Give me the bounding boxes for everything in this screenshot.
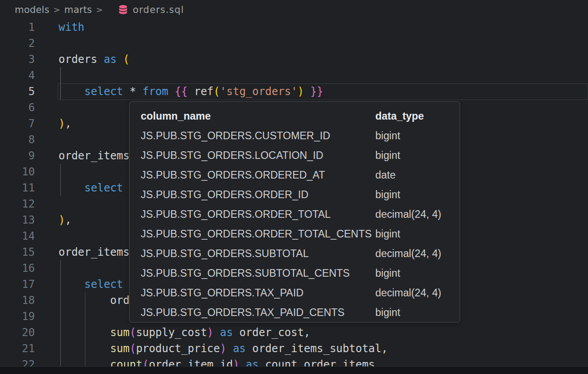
popup-header-column-name: column_name bbox=[141, 110, 375, 122]
line-number[interactable]: 3 bbox=[0, 51, 35, 67]
data-type-cell: decimal(24, 4) bbox=[375, 248, 460, 260]
line-number[interactable]: 20 bbox=[0, 324, 35, 341]
code-line[interactable]: 1with bbox=[0, 19, 588, 35]
data-type-cell: bigint bbox=[375, 228, 460, 240]
code-text: select bbox=[59, 276, 123, 292]
line-number[interactable]: 10 bbox=[0, 164, 35, 180]
code-text: ), bbox=[59, 212, 71, 228]
line-number[interactable]: 16 bbox=[0, 260, 35, 276]
code-text: orders as ( bbox=[59, 51, 130, 67]
code-text: sum(product_price) as order_items_subtot… bbox=[59, 341, 388, 357]
line-number[interactable]: 14 bbox=[0, 228, 35, 244]
code-line[interactable]: 4 bbox=[0, 67, 588, 83]
column-row: JS.PUB.STG_ORDERS.TAX_PAID_CENTSbigint bbox=[130, 303, 460, 322]
code-text: ), bbox=[59, 116, 71, 132]
line-number[interactable]: 2 bbox=[0, 35, 35, 51]
code-text: order_items bbox=[59, 244, 130, 260]
bottom-panel-strip bbox=[0, 366, 588, 374]
column-row: JS.PUB.STG_ORDERS.CUSTOMER_IDbigint bbox=[130, 126, 460, 145]
column-row: JS.PUB.STG_ORDERS.SUBTOTAL_CENTSbigint bbox=[130, 263, 460, 283]
data-type-cell: bigint bbox=[375, 130, 460, 142]
line-number[interactable]: 11 bbox=[0, 180, 35, 196]
column-name-cell: JS.PUB.STG_ORDERS.SUBTOTAL bbox=[141, 248, 375, 260]
column-name-cell: JS.PUB.STG_ORDERS.ORDER_TOTAL bbox=[141, 208, 375, 220]
column-row: JS.PUB.STG_ORDERS.ORDER_TOTAL_CENTSbigin… bbox=[130, 224, 460, 244]
breadcrumb: models > marts > orders.sql bbox=[0, 0, 588, 19]
line-number[interactable]: 9 bbox=[0, 148, 35, 164]
column-row: JS.PUB.STG_ORDERS.ORDER_IDbigint bbox=[130, 185, 460, 204]
column-name-cell: JS.PUB.STG_ORDERS.SUBTOTAL_CENTS bbox=[141, 267, 375, 279]
popup-header-data-type: data_type bbox=[375, 110, 460, 122]
data-type-cell: decimal(24, 4) bbox=[375, 208, 460, 220]
column-row: JS.PUB.STG_ORDERS.TAX_PAIDdecimal(24, 4) bbox=[130, 283, 460, 303]
line-number[interactable]: 18 bbox=[0, 292, 35, 308]
code-line[interactable]: 3orders as ( bbox=[0, 51, 588, 67]
column-row: JS.PUB.STG_ORDERS.SUBTOTALdecimal(24, 4) bbox=[130, 244, 460, 263]
code-text: sum(supply_cost) as order_cost, bbox=[59, 324, 311, 341]
code-line[interactable]: 2 bbox=[0, 35, 588, 51]
column-row: JS.PUB.STG_ORDERS.ORDERED_ATdate bbox=[130, 165, 460, 185]
code-text: select bbox=[59, 180, 123, 196]
line-number[interactable]: 21 bbox=[0, 341, 35, 357]
data-type-cell: bigint bbox=[375, 150, 460, 162]
line-number[interactable]: 17 bbox=[0, 276, 35, 292]
data-type-cell: bigint bbox=[375, 307, 460, 319]
code-line[interactable]: 20 sum(supply_cost) as order_cost, bbox=[0, 324, 588, 341]
line-number[interactable]: 12 bbox=[0, 196, 35, 212]
column-info-popup: column_name data_type JS.PUB.STG_ORDERS.… bbox=[129, 101, 460, 323]
line-number[interactable]: 4 bbox=[0, 67, 35, 83]
line-number[interactable]: 19 bbox=[0, 308, 35, 324]
line-number[interactable]: 1 bbox=[0, 19, 35, 35]
code-text: ord bbox=[59, 292, 130, 308]
data-type-cell: bigint bbox=[375, 189, 460, 201]
code-text: order_items bbox=[59, 148, 130, 164]
breadcrumb-separator: > bbox=[96, 5, 103, 14]
breadcrumb-separator: > bbox=[54, 5, 60, 14]
column-name-cell: JS.PUB.STG_ORDERS.TAX_PAID_CENTS bbox=[141, 307, 375, 319]
line-number[interactable]: 13 bbox=[0, 212, 35, 228]
column-name-cell: JS.PUB.STG_ORDERS.ORDER_ID bbox=[141, 189, 375, 201]
line-number[interactable]: 7 bbox=[0, 116, 35, 132]
column-row: JS.PUB.STG_ORDERS.ORDER_TOTALdecimal(24,… bbox=[130, 204, 460, 224]
database-icon bbox=[118, 4, 129, 15]
popup-header-row: column_name data_type bbox=[130, 106, 460, 126]
column-row: JS.PUB.STG_ORDERS.LOCATION_IDbigint bbox=[130, 145, 460, 165]
line-number[interactable]: 15 bbox=[0, 244, 35, 260]
code-line[interactable]: 21 sum(product_price) as order_items_sub… bbox=[0, 341, 588, 357]
breadcrumb-item-file[interactable]: orders.sql bbox=[133, 4, 184, 15]
column-name-cell: JS.PUB.STG_ORDERS.LOCATION_ID bbox=[141, 150, 375, 162]
line-number[interactable]: 6 bbox=[0, 100, 35, 116]
column-name-cell: JS.PUB.STG_ORDERS.ORDER_TOTAL_CENTS bbox=[141, 228, 375, 240]
data-type-cell: bigint bbox=[375, 267, 460, 279]
code-text: select * from {{ ref('stg_orders') }} bbox=[59, 83, 323, 100]
column-name-cell: JS.PUB.STG_ORDERS.ORDERED_AT bbox=[141, 169, 375, 181]
line-number[interactable]: 8 bbox=[0, 132, 35, 148]
code-text: with bbox=[59, 19, 84, 35]
breadcrumb-item-marts[interactable]: marts bbox=[64, 4, 92, 15]
code-line[interactable]: 5 select * from {{ ref('stg_orders') }} bbox=[0, 83, 588, 100]
column-name-cell: JS.PUB.STG_ORDERS.CUSTOMER_ID bbox=[141, 130, 375, 142]
data-type-cell: date bbox=[375, 169, 460, 181]
line-number[interactable]: 5 bbox=[0, 83, 35, 100]
editor-window: models > marts > orders.sql 1with23order… bbox=[0, 0, 588, 374]
column-name-cell: JS.PUB.STG_ORDERS.TAX_PAID bbox=[141, 287, 375, 299]
data-type-cell: decimal(24, 4) bbox=[375, 287, 460, 299]
breadcrumb-item-models[interactable]: models bbox=[15, 4, 50, 15]
